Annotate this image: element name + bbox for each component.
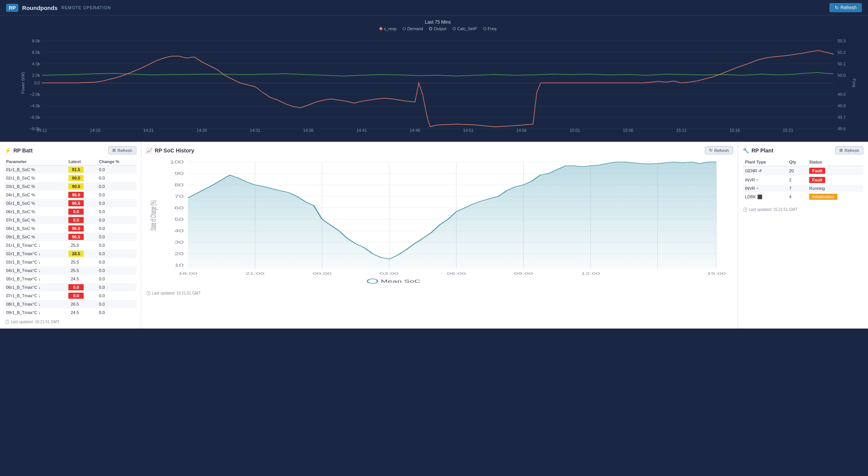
batt-refresh-button[interactable]: ⊞ Refresh <box>108 146 136 154</box>
header-refresh-label: Refresh <box>840 5 857 10</box>
plant-col-qty: Qty <box>787 158 807 166</box>
batt-icon: ⚡ <box>5 147 11 154</box>
svg-text:14:21: 14:21 <box>143 128 154 133</box>
svg-text:6.0k: 6.0k <box>32 50 40 55</box>
soc-clock-icon: 🕐 <box>146 291 151 295</box>
header: RP Roundponds Remote Operation ↻ Refresh <box>0 0 868 16</box>
plant-status: Running <box>807 185 863 192</box>
batt-table-row: 03r1_B_SoC % 90.0 0.0 <box>5 182 136 191</box>
batt-param: 05r1_B_Tmax°C ↓ <box>5 275 67 283</box>
plant-qty: 4 <box>787 192 807 201</box>
svg-text:12:00: 12:00 <box>581 272 600 275</box>
plant-col-status: Status <box>807 158 863 166</box>
batt-param: 07r1_B_Tmax°C ↓ <box>5 291 67 300</box>
batt-change: 0.0 <box>97 291 136 300</box>
batt-change: 0.0 <box>97 308 136 317</box>
svg-text:50: 50 <box>174 217 183 222</box>
plant-refresh-icon: ⊞ <box>839 148 843 153</box>
batt-param: 08r1_B_Tmax°C ↓ <box>5 300 67 308</box>
batt-param: 01r1_B_SoC % <box>5 165 67 174</box>
svg-text:50.1: 50.1 <box>837 62 845 66</box>
batt-change: 0.0 <box>97 241 136 249</box>
batt-param: 04r1_B_SoC % <box>5 191 67 199</box>
clock-icon: 🕐 <box>5 320 9 324</box>
batt-param: 03r1_B_Tmax°C ↓ <box>5 258 67 266</box>
batt-param: 09r1_B_SoC % <box>5 233 67 241</box>
soc-refresh-button[interactable]: ↻ Refresh <box>705 146 733 154</box>
svg-text:100: 100 <box>170 160 184 164</box>
batt-table-row: 05r1_B_Tmax°C ↓ 24.5 0.0 <box>5 275 136 283</box>
svg-text:21:00: 21:00 <box>246 272 264 275</box>
plant-qty: 7 <box>787 185 807 192</box>
plant-refresh-button[interactable]: ⊞ Refresh <box>835 146 863 154</box>
legend-dot-freq <box>483 27 486 30</box>
svg-text:49.6: 49.6 <box>837 126 845 131</box>
legend-c-resp: c_resp <box>379 26 397 31</box>
batt-param: 07r1_B_SoC % <box>5 216 67 224</box>
plant-type: INVR ~ <box>743 175 787 185</box>
plant-footer: 🕐 Last updated: 15:21:51 GMT <box>743 207 863 212</box>
legend-freq: Freq <box>483 26 497 31</box>
batt-latest: 90.0 <box>67 174 97 182</box>
plant-table-row: GENR ↺ 20 Fault <box>743 166 863 176</box>
svg-text:30: 30 <box>174 240 183 244</box>
svg-text:State of Charge (%): State of Charge (%) <box>149 200 157 230</box>
svg-text:15:06: 15:06 <box>623 128 633 133</box>
legend-dot-output <box>429 27 432 30</box>
batt-param: 05r1_B_SoC % <box>5 199 67 207</box>
batt-param: 04r1_B_Tmax°C ↓ <box>5 266 67 275</box>
batt-latest: 0.0 <box>67 216 97 224</box>
legend-calc-setp: Calc_SetP <box>453 26 477 31</box>
svg-text:15:16: 15:16 <box>729 128 740 133</box>
svg-text:14:11: 14:11 <box>37 128 47 133</box>
svg-text:Freq: Freq <box>852 79 857 87</box>
svg-text:14:36: 14:36 <box>303 128 314 133</box>
svg-text:Mean SoC: Mean SoC <box>381 279 421 283</box>
batt-param: 01r1_B_Tmax°C ↓ <box>5 241 67 249</box>
panel-soc: 📈 RP SoC History ↻ Refresh <box>141 142 738 329</box>
legend-output: Output <box>429 26 446 31</box>
batt-table-row: 07r1_B_Tmax°C ↓ 0.0 0.0 <box>5 291 136 300</box>
batt-change: 0.0 <box>97 216 136 224</box>
plant-type: INVR ~ <box>743 185 787 192</box>
svg-text:Power (kW): Power (kW) <box>21 72 25 94</box>
svg-text:18:00: 18:00 <box>178 272 197 275</box>
svg-text:00:00: 00:00 <box>313 272 331 275</box>
svg-text:14:16: 14:16 <box>90 128 100 133</box>
soc-refresh-icon: ↻ <box>709 148 713 153</box>
panel-plant-title: 🔧 RP Plant <box>743 147 773 154</box>
plant-col-type: Plant Type <box>743 158 787 166</box>
batt-table-row: 08r1_B_Tmax°C ↓ 26.5 0.0 <box>5 300 136 308</box>
svg-text:60: 60 <box>174 206 183 210</box>
batt-table-row: 04r1_B_Tmax°C ↓ 25.5 0.0 <box>5 266 136 275</box>
batt-change: 0.0 <box>97 224 136 233</box>
soc-chart: 100 90 80 70 60 50 40 30 20 10 18:00 21:… <box>146 158 733 288</box>
refresh-icon: ↻ <box>835 5 839 10</box>
soc-footer: 🕐 Last updated: 15:21:51 GMT <box>146 291 733 295</box>
batt-col-param: Parameter <box>5 158 67 165</box>
svg-text:14:51: 14:51 <box>463 128 473 133</box>
batt-latest: 24.5 <box>67 275 97 283</box>
svg-text:20: 20 <box>174 252 183 256</box>
svg-text:09:00: 09:00 <box>514 272 533 275</box>
svg-text:−6.0k: −6.0k <box>30 115 40 120</box>
batt-param: 02r1_B_SoC % <box>5 174 67 182</box>
plant-table: Plant Type Qty Status GENR ↺ 20 Fault IN… <box>743 158 863 201</box>
plant-status: Initialisation <box>807 192 863 201</box>
batt-latest: 26.5 <box>67 300 97 308</box>
plant-table-row: INVR ~ 7 Running <box>743 185 863 192</box>
batt-latest: 24.5 <box>67 308 97 317</box>
svg-text:90: 90 <box>174 172 183 176</box>
batt-table-row: 02r1_B_Tmax°C ↓ 28.5 0.0 <box>5 249 136 258</box>
batt-table: Parameter Latest Change % 01r1_B_SoC % 9… <box>5 158 136 317</box>
batt-change: 0.0 <box>97 165 136 174</box>
svg-point-81 <box>368 279 377 283</box>
batt-latest: 0.0 <box>67 291 97 300</box>
batt-latest: 90.0 <box>67 182 97 191</box>
header-refresh-button[interactable]: ↻ Refresh <box>829 3 862 12</box>
batt-table-row: 03r1_B_Tmax°C ↓ 25.5 0.0 <box>5 258 136 266</box>
header-title: Roundponds <box>22 5 57 11</box>
legend-demand: Demand <box>403 26 423 31</box>
batt-latest: 96.5 <box>67 199 97 207</box>
batt-latest: 96.0 <box>67 191 97 199</box>
